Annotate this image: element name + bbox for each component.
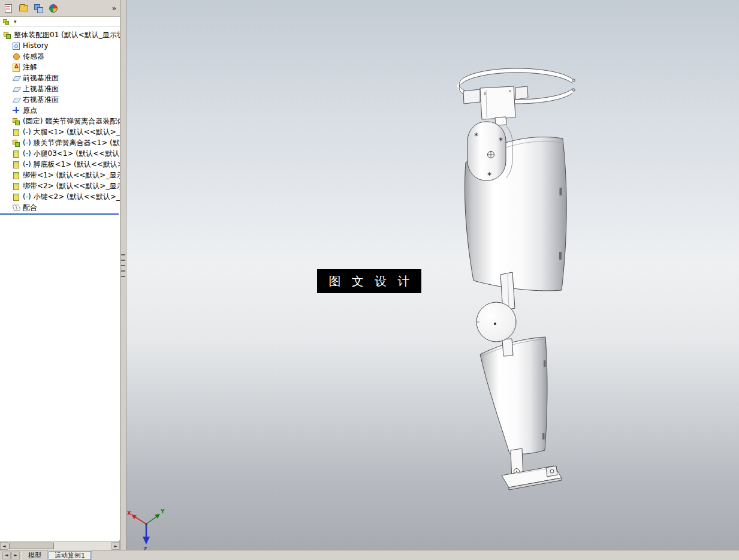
part-icon [12,149,20,158]
tree-item-foot-plate[interactable]: (-) 脚底板<1> (默认<<默认>_显 [0,159,120,170]
tree-item-label: (-) 膝关节弹簧离合器<1> (默认< [23,138,120,148]
tree-item-mates[interactable]: 配合 [0,202,120,213]
assembly-icon [3,31,11,39]
tree-item-assembly-root[interactable]: 整体装配图01 (默认<默认_显示状态 [0,29,120,40]
subassembly-icon [12,139,20,147]
plane-icon [12,95,20,104]
tree-item-label: 前视基准面 [23,73,59,83]
feature-manager-panel: » ▾ 整体装配图01 (默认<默认_显示状态 History 传感器 注解 前… [0,0,120,550]
tree-item-hip-clutch-assembly[interactable]: (固定) 髋关节弹簧离合器装配体 < [0,116,120,127]
tree-item-front-plane[interactable]: 前视基准面 [0,73,120,83]
panel-splitter[interactable] [120,0,126,550]
part-icon [12,192,20,201]
tree-item-small-key[interactable]: (-) 小键<2> (默认<<默认>_显示 [0,191,120,202]
new-document-button[interactable] [2,2,15,15]
mate-reference-mark: * [499,136,503,145]
scrollbar-thumb[interactable] [9,543,54,549]
orientation-triad: X Y Z [127,508,165,550]
origin-icon [12,106,20,115]
tree-item-label: 传感器 [23,52,44,62]
open-folder-icon [19,5,28,11]
tree-item-label: 整体装配图01 (默认<默认_显示状态 [14,30,120,40]
plane-icon [12,85,20,93]
top-toolbar: » [0,0,120,17]
tree-item-label: 注解 [23,62,37,73]
part-icon [12,182,20,190]
toolbar-overflow-chevron[interactable]: » [112,4,118,13]
open-document-button[interactable] [17,2,30,15]
document-tab-bar: ◄ ► 模型 运动算例1 [0,550,739,560]
tree-item-top-plane[interactable]: 上视基准面 [0,83,120,94]
annotations-icon [12,63,20,71]
sensors-icon [12,52,20,61]
plane-icon [12,74,20,82]
tree-item-label: History [23,41,49,50]
display-pane-button[interactable] [32,2,45,15]
tree-item-shin[interactable]: (-) 小腿03<1> (默认<<默认>_显 [0,148,120,159]
3d-model-canvas[interactable]: * * * * [126,0,739,550]
tree-item-label: (-) 大腿<1> (默认<<默认>_显示 [23,127,120,137]
part-icon [12,128,20,136]
tree-item-label: (-) 小腿03<1> (默认<<默认>_显 [23,149,120,159]
assembly-icon [2,18,9,25]
tree-item-label: 绑带<2> (默认<<默认>_显示状 [23,181,120,191]
flyout-caret-icon[interactable]: ▾ [14,19,17,25]
part-foot-plate[interactable] [502,466,562,490]
tree-item-label: (-) 脚底板<1> (默认<<默认>_显 [23,159,120,170]
new-document-icon [5,4,12,13]
tree-item-sensors[interactable]: 传感器 [0,51,120,62]
mate-reference-mark: * [474,131,478,140]
mate-reference-mark: * [487,170,491,180]
tree-flyout-header[interactable]: ▾ [0,17,120,27]
history-folder-icon [12,41,20,50]
tree-horizontal-scrollbar[interactable]: ◄ ► [0,541,120,550]
tab-navigation: ◄ ► [0,552,22,559]
resources-button[interactable] [47,2,60,15]
color-wheel-icon [49,4,58,13]
feature-tree: 整体装配图01 (默认<默认_显示状态 History 传感器 注解 前视基准面… [0,27,120,540]
tree-item-label: 配合 [23,203,37,213]
display-pane-icon [34,4,43,12]
tree-item-label: 右视基准面 [23,95,59,105]
tab-model[interactable]: 模型 [22,550,48,560]
tab-next-arrow-icon[interactable]: ► [11,552,20,559]
tree-item-knee-clutch[interactable]: (-) 膝关节弹簧离合器<1> (默认< [0,137,120,148]
tree-item-label: (-) 小键<2> (默认<<默认>_显示 [23,192,120,202]
tab-motion-study-1[interactable]: 运动算例1 [48,550,92,560]
part-shin-shell[interactable] [480,337,547,454]
tree-item-right-plane[interactable]: 右视基准面 [0,94,120,105]
triad-x-label: X [127,510,131,516]
tree-item-label: 原点 [23,106,37,116]
part-icon [12,171,20,179]
splitter-grip-icon[interactable] [121,254,125,277]
tree-item-strap-2[interactable]: 绑带<2> (默认<<默认>_显示状 [0,180,120,191]
subassembly-icon [12,117,20,125]
tree-item-label: (固定) 髋关节弹簧离合器装配体 < [23,116,120,127]
watermark-banner: 图 文 设 计 [317,269,421,293]
triad-y-label: Y [160,508,165,514]
tree-selection-line [0,213,119,215]
tree-item-strap-1[interactable]: 绑带<1> (默认<<默认>_显示状 [0,170,120,180]
tree-item-label: 上视基准面 [23,84,59,94]
scroll-right-arrow-icon[interactable]: ► [111,542,120,550]
part-band-bracket[interactable] [463,86,528,125]
part-icon [12,160,20,168]
tab-prev-arrow-icon[interactable]: ◄ [2,552,11,559]
tree-item-origin[interactable]: 原点 [0,105,120,116]
tree-item-annotations[interactable]: 注解 [0,62,120,73]
graphics-viewport[interactable]: * * * * [126,0,739,550]
scroll-left-arrow-icon[interactable]: ◄ [0,542,8,550]
tree-item-label: 绑带<1> (默认<<默认>_显示状 [23,170,120,180]
tree-item-history[interactable]: History [0,40,120,51]
tree-item-thigh[interactable]: (-) 大腿<1> (默认<<默认>_显示 [0,127,120,137]
mates-icon [12,203,20,212]
